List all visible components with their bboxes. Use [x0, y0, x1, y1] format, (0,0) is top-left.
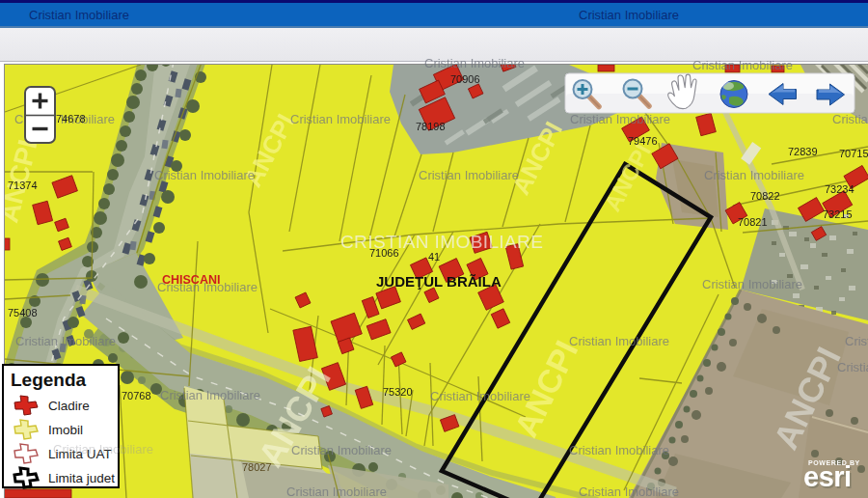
svg-text:71066: 71066 — [369, 247, 399, 259]
svg-text:73234: 73234 — [825, 183, 854, 195]
svg-text:70768: 70768 — [122, 390, 151, 401]
svg-text:Cristian Imobiliare: Cristian Imobiliare — [290, 112, 391, 126]
svg-text:71374: 71374 — [8, 180, 38, 191]
svg-text:Cristian Imobiliare: Cristian Imobiliare — [832, 112, 868, 126]
svg-text:Imobil: Imobil — [48, 423, 83, 437]
svg-text:70821: 70821 — [738, 216, 768, 228]
svg-text:Cristian Imobiliare: Cristian Imobiliare — [845, 334, 868, 348]
svg-text:Cristian Imobiliare: Cristian Imobiliare — [419, 168, 519, 182]
svg-text:75320: 75320 — [383, 386, 413, 398]
svg-text:Cristian Imobiliare: Cristian Imobiliare — [286, 484, 387, 498]
svg-text:Cristian Imobiliare: Cristian Imobiliare — [570, 112, 670, 126]
svg-text:Cladire: Cladire — [48, 399, 90, 413]
svg-text:Cristian Imobiliare: Cristian Imobiliare — [569, 443, 669, 457]
svg-text:41: 41 — [428, 251, 440, 263]
svg-text:78027: 78027 — [242, 461, 272, 473]
svg-text:70715: 70715 — [839, 148, 868, 159]
svg-text:Cristian Imobiliare: Cristian Imobiliare — [430, 389, 530, 403]
svg-text:72839: 72839 — [788, 146, 818, 157]
svg-text:70822: 70822 — [750, 190, 780, 202]
svg-text:Cristian Imobiliare: Cristian Imobiliare — [704, 168, 804, 182]
svg-text:Cristian Io: Cristian Io — [837, 360, 868, 374]
svg-text:Cristian Imobiliare: Cristian Imobiliare — [53, 442, 153, 456]
svg-text:CHISCANI: CHISCANI — [162, 273, 220, 287]
svg-text:73215: 73215 — [823, 208, 853, 220]
svg-text:Limita judet: Limita judet — [48, 471, 115, 485]
svg-text:Cristian Imobiliare: Cristian Imobiliare — [702, 277, 802, 291]
svg-text:Cristian Imobiliare: Cristian Imobiliare — [160, 388, 260, 402]
svg-text:Cristian Imobiliare: Cristian Imobiliare — [15, 334, 116, 348]
svg-text:79476: 79476 — [628, 135, 658, 147]
svg-text:Legenda: Legenda — [11, 370, 87, 390]
svg-text:Cristian Imobiliare: Cristian Imobiliare — [579, 484, 679, 498]
svg-text:70906: 70906 — [450, 73, 480, 85]
svg-text:Cristian Imobiliare: Cristian Imobiliare — [569, 334, 669, 348]
svg-text:75408: 75408 — [8, 307, 38, 318]
svg-text:esri: esri — [803, 461, 852, 492]
svg-text:Cristian Imobiliare: Cristian Imobiliare — [291, 443, 392, 457]
svg-text:Cristian Imobiliare: Cristian Imobiliare — [154, 168, 255, 182]
svg-text:78198: 78198 — [416, 121, 446, 132]
svg-text:74678: 74678 — [56, 113, 86, 124]
svg-text:JUDEŢUL BRÃILA: JUDEŢUL BRÃILA — [376, 273, 502, 290]
